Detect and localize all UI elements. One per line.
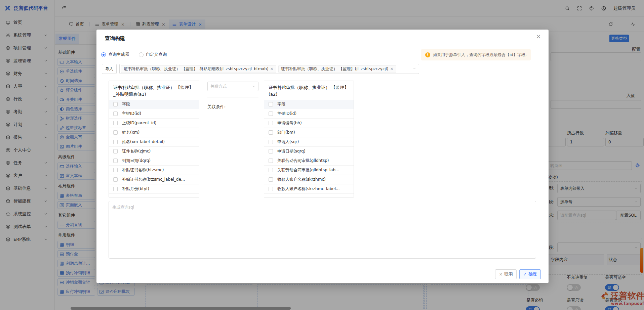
field-row[interactable]: 申请编号(bh)	[264, 119, 354, 128]
field-label: 部门(bm)	[277, 130, 295, 135]
field-row[interactable]: 姓名(xm)	[109, 128, 199, 137]
field-label: 主键ID(id)	[122, 111, 141, 117]
field-label: 收款人账户名称(skrzhmc)	[277, 177, 326, 182]
checkbox[interactable]	[113, 149, 118, 153]
left-field-table: 证书补贴审批（职称、执业证） 【监理】_补贴明细表(a1)字段主键ID(id)上…	[109, 81, 199, 197]
source-tag-label: 证书补贴审批（职称、执业证） 【监理】_补贴明细表(jl_zsbtspzczyz…	[124, 66, 269, 72]
checkbox[interactable]	[113, 168, 118, 172]
checkbox[interactable]	[269, 130, 273, 135]
checkbox[interactable]	[113, 187, 118, 191]
field-label: 申请编号(bh)	[277, 120, 302, 126]
field-row[interactable]: 到期日期(dqrq)	[109, 156, 199, 166]
field-label: 补贴证书名称(btzsmc)	[122, 167, 164, 173]
query-builder-modal: 查询构建 × 查询生成器自定义查询 ! 如果用于源单引入，查询的字段必须包含【i…	[96, 30, 549, 283]
radio-icon	[101, 52, 106, 57]
field-label: 字段	[277, 101, 285, 107]
checkbox[interactable]	[269, 121, 273, 125]
source-tag-label: 证书补贴审批（职称、执业证） 【监理】(jl_zsbtspzczyzjl)	[281, 66, 389, 72]
radio-option[interactable]: 查询生成器	[101, 52, 129, 57]
right-field-table: 证书补贴审批（职称、执业证） 【监理】(a2)字段主键ID(id)申请编号(bh…	[264, 81, 354, 197]
field-row[interactable]: 收款人账户名称(skrzhmc_label...	[264, 184, 354, 194]
checkbox[interactable]	[269, 149, 273, 153]
app-root: 泛普低代码平台 首页系统管理项目管理监理管理财务人事行政考勤计划报告个人中心任务…	[0, 0, 644, 310]
panel-title: 证书补贴审批（职称、执业证） 【监理】(a2)	[264, 81, 354, 100]
field-row[interactable]: 部门(bm)	[264, 128, 354, 137]
checkbox[interactable]	[113, 177, 118, 182]
field-label: 补贴月份(btyf)	[122, 186, 149, 192]
modal-title: 查询构建	[105, 35, 125, 42]
checkbox[interactable]	[113, 112, 118, 116]
radio-label: 查询生成器	[108, 52, 129, 57]
join-type-select[interactable]: 关联方式	[207, 82, 258, 91]
field-row[interactable]: 关联劳动合同审批(glldhtsp)	[264, 156, 354, 166]
import-row: 导入 证书补贴审批（职称、执业证） 【监理】_补贴明细表(jl_zsbtspzc…	[102, 64, 419, 74]
query-mode-radio-group: 查询生成器自定义查询	[101, 52, 167, 57]
divider	[207, 97, 258, 97]
warning-icon: !	[425, 52, 430, 57]
confirm-label: 确定	[528, 271, 537, 277]
field-label: 收款人账户名称(skrzhmc_label...	[277, 186, 339, 192]
cancel-label: 取消	[504, 271, 513, 277]
field-row[interactable]: 字段	[109, 100, 199, 109]
field-row[interactable]: 关联劳动合同审批(glldhtsp_lab...	[264, 166, 354, 175]
checkbox[interactable]	[269, 159, 273, 163]
field-label: 申请人(sqr)	[277, 139, 299, 145]
field-label: 姓名(xm)	[122, 130, 139, 135]
remove-tag-icon[interactable]: ×	[390, 67, 394, 71]
field-label: 关联劳动合同审批(glldhtsp)	[277, 158, 329, 164]
source-table-multiselect[interactable]: 证书补贴审批（职称、执业证） 【监理】_补贴明细表(jl_zsbtspzczyz…	[119, 64, 419, 74]
field-row[interactable]: 字段	[264, 100, 354, 109]
field-label: 证件名称(zjmc)	[122, 148, 151, 154]
generated-sql-textarea[interactable]	[109, 201, 536, 259]
panel-title: 证书补贴审批（职称、执业证） 【监理】_补贴明细表(a1)	[109, 81, 199, 100]
checkbox[interactable]	[269, 102, 273, 106]
chevron-down-icon	[252, 85, 255, 88]
field-label: 上级ID(parent_id)	[122, 120, 156, 126]
remove-tag-icon[interactable]: ×	[270, 67, 274, 71]
checkbox[interactable]	[113, 102, 118, 106]
radio-icon	[139, 52, 144, 57]
join-condition-label: 关联条件:	[207, 104, 226, 110]
confirm-button[interactable]: ✓确定	[519, 269, 541, 279]
radio-label: 自定义查询	[146, 52, 167, 57]
checkbox[interactable]	[269, 168, 273, 172]
import-button[interactable]: 导入	[102, 64, 117, 74]
checkbox[interactable]	[269, 177, 273, 182]
field-label: 字段	[122, 101, 130, 107]
field-row[interactable]: 姓名(xm_label_detail)	[109, 137, 199, 147]
field-label: 关联劳动合同审批(glldhtsp_lab...	[277, 167, 339, 173]
close-icon[interactable]: ×	[536, 33, 541, 40]
field-row[interactable]: 主键ID(id)	[264, 109, 354, 119]
chevron-down-icon[interactable]	[413, 67, 416, 70]
field-label: 主键ID(id)	[277, 111, 296, 117]
cancel-button[interactable]: ×取消	[495, 269, 517, 279]
field-row[interactable]: 补贴证书名称(btzsmc)	[109, 166, 199, 175]
field-row[interactable]: 收款人账户名称(skrzhmc)	[264, 175, 354, 184]
join-type-placeholder: 关联方式	[210, 84, 227, 89]
field-row[interactable]: 证件名称(zjmc)	[109, 147, 199, 156]
field-row[interactable]: 申请人(sqr)	[264, 137, 354, 147]
field-row[interactable]: 主键ID(id)	[109, 109, 199, 119]
field-row[interactable]: 补贴证书名称(btzsmc_label_de...	[109, 175, 199, 184]
field-row[interactable]: 补贴月份(btyf)	[109, 184, 199, 194]
field-row[interactable]: 上级ID(parent_id)	[109, 119, 199, 128]
field-label: 到期日期(dqrq)	[122, 158, 151, 164]
field-label: 姓名(xm_label_detail)	[122, 139, 165, 145]
warning-banner: ! 如果用于源单引入，查询的字段必须包含【id】字段;	[421, 49, 531, 60]
checkbox[interactable]	[269, 112, 273, 116]
checkbox[interactable]	[113, 140, 118, 144]
field-label: 补贴证书名称(btzsmc_label_de...	[122, 177, 185, 182]
checkbox[interactable]	[113, 130, 118, 135]
checkbox[interactable]	[113, 121, 118, 125]
source-tag: 证书补贴审批（职称、执业证） 【监理】(jl_zsbtspzczyzjl)×	[278, 65, 396, 73]
checkbox[interactable]	[269, 140, 273, 144]
source-tag: 证书补贴审批（职称、执业证） 【监理】_补贴明细表(jl_zsbtspzczyz…	[121, 65, 276, 73]
checkbox[interactable]	[113, 159, 118, 163]
field-label: 申请日期(sqrq)	[277, 148, 306, 154]
radio-option[interactable]: 自定义查询	[139, 52, 167, 57]
checkbox[interactable]	[269, 187, 273, 191]
warning-text: 如果用于源单引入，查询的字段必须包含【id】字段;	[433, 52, 527, 58]
field-row[interactable]: 申请日期(sqrq)	[264, 147, 354, 156]
